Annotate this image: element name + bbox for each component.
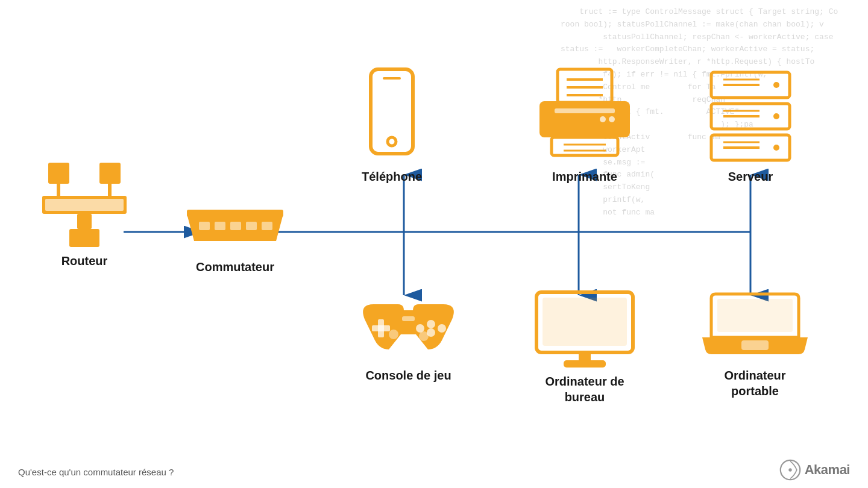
commutateur-icon — [181, 193, 289, 259]
svg-point-47 — [609, 116, 615, 122]
svg-point-34 — [427, 320, 435, 328]
device-serveur: Serveur — [705, 66, 796, 184]
ordi-bureau-icon — [533, 289, 636, 374]
svg-point-36 — [416, 324, 424, 333]
svg-rect-28 — [262, 222, 272, 230]
svg-rect-23 — [187, 210, 283, 217]
main-content: Routeur Commutateur — [0, 0, 868, 488]
svg-rect-16 — [99, 163, 121, 184]
svg-point-39 — [389, 330, 398, 339]
svg-rect-31 — [383, 77, 401, 80]
serveur-label: Serveur — [728, 169, 773, 184]
akamai-logo: Akamai — [779, 459, 850, 481]
svg-point-67 — [773, 145, 779, 151]
svg-rect-24 — [199, 222, 210, 230]
svg-rect-33 — [372, 325, 390, 331]
console-label: Console de jeu — [365, 368, 451, 383]
akamai-brand-text: Akamai — [805, 462, 850, 478]
console-icon — [353, 289, 464, 368]
svg-rect-27 — [246, 222, 257, 230]
device-routeur: Routeur — [36, 157, 133, 269]
svg-point-59 — [773, 82, 779, 88]
svg-rect-45 — [539, 101, 630, 137]
svg-rect-68 — [717, 299, 793, 332]
ordi-bureau-label: Ordinateur debureau — [545, 374, 624, 405]
svg-rect-41 — [558, 69, 612, 102]
svg-rect-54 — [579, 352, 591, 361]
ordi-portable-icon — [699, 289, 811, 368]
svg-point-63 — [773, 113, 779, 119]
telephone-label: Téléphone — [362, 169, 422, 184]
svg-rect-29 — [371, 69, 413, 154]
svg-rect-26 — [230, 222, 241, 230]
svg-rect-53 — [542, 298, 627, 346]
commutateur-label: Commutateur — [196, 259, 274, 275]
ordi-portable-label: Ordinateurportable — [724, 368, 785, 399]
svg-rect-19 — [77, 214, 92, 229]
device-ordi-portable: Ordinateurportable — [699, 289, 811, 399]
svg-rect-18 — [45, 199, 124, 211]
svg-rect-25 — [215, 222, 225, 230]
svg-rect-15 — [48, 163, 69, 184]
device-commutateur: Commutateur — [181, 193, 289, 275]
imprimante-icon — [533, 66, 636, 169]
device-ordi-bureau: Ordinateur debureau — [533, 289, 636, 405]
routeur-icon — [36, 157, 133, 253]
svg-rect-20 — [69, 229, 99, 247]
device-imprimante: Imprimante — [533, 66, 636, 184]
network-diagram: Routeur Commutateur — [18, 36, 850, 458]
device-telephone: Téléphone — [362, 66, 422, 184]
svg-point-40 — [419, 331, 429, 341]
routeur-label: Routeur — [61, 253, 108, 269]
svg-rect-69 — [741, 340, 769, 350]
svg-point-71 — [788, 468, 791, 471]
serveur-icon — [705, 66, 796, 169]
akamai-circle-icon — [779, 459, 801, 481]
svg-rect-49 — [552, 137, 618, 155]
svg-point-48 — [600, 116, 606, 122]
svg-rect-55 — [564, 360, 606, 368]
bottom-question: Qu'est-ce qu'un commutateur réseau ? — [18, 467, 174, 477]
svg-point-30 — [388, 137, 396, 146]
imprimante-label: Imprimante — [552, 169, 617, 184]
svg-rect-46 — [555, 108, 615, 113]
svg-point-35 — [438, 324, 446, 333]
telephone-icon — [362, 66, 422, 169]
svg-rect-38 — [402, 316, 415, 321]
device-console: Console de jeu — [353, 289, 464, 383]
